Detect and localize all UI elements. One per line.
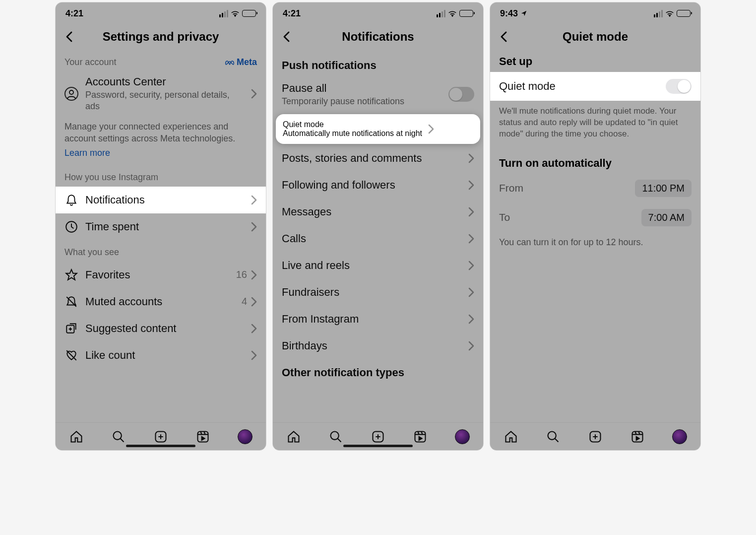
- from-time[interactable]: 11:00 PM: [635, 180, 692, 197]
- chevron-right-icon: [251, 89, 257, 99]
- profile-tab[interactable]: [454, 428, 471, 445]
- pause-all-toggle[interactable]: [448, 87, 474, 102]
- chevron-right-icon: [468, 153, 474, 163]
- profile-tab[interactable]: [671, 428, 688, 445]
- page-header: Settings and privacy: [56, 24, 266, 49]
- chevron-right-icon: [251, 195, 257, 205]
- accounts-center-row[interactable]: Accounts Center Password, security, pers…: [56, 69, 266, 118]
- time-spent-label: Time spent: [85, 220, 244, 233]
- chevron-right-icon: [468, 261, 474, 270]
- page-title: Quiet mode: [490, 30, 700, 44]
- battery-icon: [677, 10, 691, 17]
- to-label: To: [499, 211, 510, 223]
- list-item[interactable]: Messages: [273, 199, 483, 225]
- chevron-right-icon: [428, 124, 434, 134]
- person-circle-icon: [64, 87, 78, 101]
- status-icons: [219, 10, 256, 17]
- reels-tab[interactable]: [194, 428, 211, 445]
- search-tab[interactable]: [110, 428, 127, 445]
- status-time: 4:21: [65, 8, 83, 19]
- suggested-content-row[interactable]: Suggested content: [56, 315, 266, 342]
- chevron-right-icon: [468, 287, 474, 297]
- svg-point-6: [331, 431, 339, 439]
- muted-accounts-row[interactable]: Muted accounts 4: [56, 288, 266, 315]
- profile-tab[interactable]: [237, 428, 253, 445]
- list-item[interactable]: Posts, stories and comments: [273, 145, 483, 172]
- suggested-icon: [64, 322, 78, 335]
- reels-tab[interactable]: [629, 428, 646, 445]
- auto-heading: Turn on automatically: [490, 147, 700, 174]
- chevron-right-icon: [468, 314, 474, 324]
- list-item[interactable]: Live and reels: [273, 252, 483, 279]
- page-title: Settings and privacy: [56, 30, 266, 44]
- status-bar: 4:21: [273, 2, 483, 24]
- your-account-label: Your account: [64, 57, 116, 67]
- cellular-icon: [219, 10, 228, 17]
- reels-tab[interactable]: [412, 428, 429, 445]
- list-item[interactable]: Fundraisers: [273, 279, 483, 306]
- quiet-mode-toggle[interactable]: [666, 79, 692, 94]
- like-count-row[interactable]: Like count: [56, 342, 266, 369]
- home-tab[interactable]: [503, 428, 519, 445]
- wifi-icon: [231, 10, 240, 17]
- quiet-mode-description: We'll mute notifications during quiet mo…: [490, 101, 700, 147]
- bell-icon: [64, 193, 78, 207]
- meta-logo: Meta: [225, 57, 257, 67]
- wifi-icon: [448, 10, 457, 17]
- status-bar: 9:43: [490, 2, 700, 24]
- favorites-row[interactable]: Favorites 16: [56, 262, 266, 288]
- create-tab[interactable]: [370, 428, 386, 445]
- home-indicator: [126, 445, 195, 447]
- chevron-right-icon: [468, 180, 474, 190]
- list-item[interactable]: Following and followers: [273, 172, 483, 199]
- muted-accounts-label: Muted accounts: [85, 295, 235, 308]
- cellular-icon: [437, 10, 445, 17]
- list-item[interactable]: Birthdays: [273, 333, 483, 359]
- pause-all-sub: Temporarily pause notifications: [282, 96, 441, 107]
- location-icon: [520, 10, 527, 17]
- home-indicator: [343, 445, 413, 447]
- to-time[interactable]: 7:00 AM: [641, 209, 692, 226]
- battery-icon: [459, 10, 473, 17]
- svg-rect-8: [415, 431, 425, 442]
- status-bar: 4:21: [56, 2, 266, 24]
- back-button[interactable]: [496, 29, 512, 45]
- create-tab[interactable]: [587, 428, 604, 445]
- back-button[interactable]: [279, 29, 295, 45]
- pause-all-row[interactable]: Pause all Temporarily pause notification…: [273, 76, 483, 113]
- your-account-header: Your account Meta: [56, 52, 266, 69]
- quiet-mode-sub: Automatically mute notifications at nigh…: [283, 129, 422, 138]
- list-item[interactable]: Calls: [273, 225, 483, 252]
- page-title: Notifications: [273, 30, 483, 44]
- learn-more-link[interactable]: Learn more: [56, 147, 266, 165]
- to-row[interactable]: To 7:00 AM: [490, 203, 700, 232]
- how-use-label: How you use Instagram: [56, 165, 266, 187]
- chevron-right-icon: [468, 207, 474, 217]
- muted-count: 4: [242, 296, 247, 307]
- create-tab[interactable]: [152, 428, 169, 445]
- accounts-center-title: Accounts Center: [85, 75, 244, 88]
- screen-settings-privacy: 4:21 Settings and privacy Your account M…: [55, 2, 266, 451]
- from-row[interactable]: From 11:00 PM: [490, 174, 700, 203]
- search-tab[interactable]: [545, 428, 562, 445]
- notifications-row[interactable]: Notifications: [56, 187, 266, 213]
- quiet-mode-toggle-label: Quiet mode: [499, 80, 659, 93]
- like-count-label: Like count: [85, 349, 244, 362]
- avatar-icon: [672, 429, 687, 444]
- screen-notifications: 4:21 Notifications Push notifications Pa…: [272, 2, 484, 451]
- quiet-mode-toggle-row[interactable]: Quiet mode: [490, 72, 700, 101]
- content: Your account Meta Accounts Center Passwo…: [56, 49, 266, 422]
- list-item[interactable]: From Instagram: [273, 306, 483, 333]
- bell-slash-icon: [64, 295, 78, 309]
- quiet-mode-title: Quiet mode: [283, 120, 422, 129]
- search-tab[interactable]: [327, 428, 344, 445]
- time-spent-row[interactable]: Time spent: [56, 213, 266, 240]
- home-tab[interactable]: [285, 428, 302, 445]
- setup-heading: Set up: [490, 52, 700, 72]
- quiet-mode-row[interactable]: Quiet mode Automatically mute notificati…: [276, 114, 480, 144]
- page-header: Quiet mode: [490, 24, 700, 49]
- back-button[interactable]: [62, 29, 77, 45]
- suggested-content-label: Suggested content: [85, 322, 244, 335]
- chevron-right-icon: [468, 341, 474, 351]
- home-tab[interactable]: [68, 428, 85, 445]
